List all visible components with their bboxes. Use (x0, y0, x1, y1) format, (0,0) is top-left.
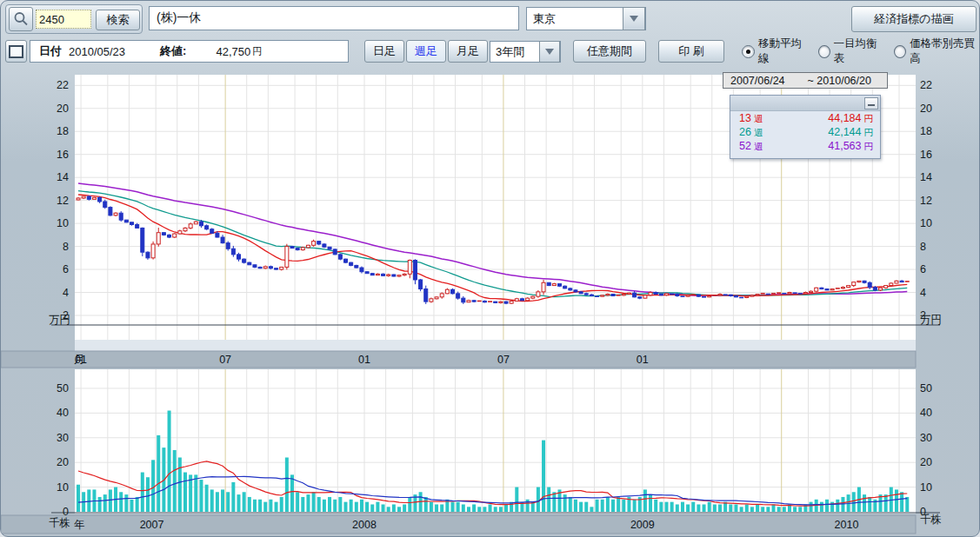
stock-chart-window: 224466881010121214141616181820202222万円万円… (0, 0, 980, 537)
svg-text:30: 30 (57, 432, 69, 444)
svg-text:22: 22 (920, 79, 932, 91)
svg-text:50: 50 (920, 382, 932, 394)
radio-label: 一目均衡表 (834, 36, 883, 66)
svg-text:20: 20 (920, 456, 932, 468)
radio-ichimoku[interactable]: 一目均衡表 (818, 36, 883, 66)
economic-indicator-button[interactable]: 経済指標の描画 (851, 6, 977, 32)
overlay-radio-group: 移動平均線 一目均衡表 価格帯別売買高 (742, 40, 979, 63)
ma-legend-row-26: 26週 42,144円 (730, 125, 880, 139)
svg-text:10: 10 (920, 481, 932, 494)
svg-text:16: 16 (920, 149, 932, 161)
range-dropdown-button[interactable] (539, 41, 560, 63)
svg-text:2007: 2007 (140, 519, 164, 531)
svg-text:10: 10 (57, 217, 69, 229)
chevron-down-icon (630, 16, 638, 22)
svg-text:2009: 2009 (630, 519, 655, 531)
search-input[interactable] (36, 10, 91, 29)
magnifier-button[interactable] (9, 7, 33, 31)
svg-text:12: 12 (57, 195, 69, 207)
price-plot-lower-band (75, 340, 916, 351)
date-label: 日付 (39, 43, 62, 59)
market-select-value: 東京 (533, 11, 556, 27)
svg-text:年: 年 (74, 519, 85, 531)
svg-text:30: 30 (920, 432, 932, 444)
svg-text:0: 0 (63, 506, 69, 518)
ma-legend-panel: 13週 44,184円 26週 42,144円 52週 41,563円 (730, 95, 881, 159)
svg-text:20: 20 (57, 103, 69, 115)
radio-icon (742, 45, 755, 58)
svg-text:2008: 2008 (352, 519, 377, 531)
svg-text:8: 8 (920, 241, 926, 253)
svg-text:18: 18 (57, 125, 69, 137)
quote-info-field: 日付 2010/05/23 終値: 42,750 円 (30, 40, 349, 63)
svg-text:10: 10 (920, 217, 932, 229)
svg-text:07: 07 (497, 354, 510, 366)
search-icon (13, 11, 29, 27)
range-to: ~ 2010/06/20 (808, 75, 871, 87)
window-icon (9, 45, 23, 58)
radio-icon (818, 45, 830, 58)
svg-text:01: 01 (358, 354, 370, 366)
svg-text:4: 4 (920, 287, 926, 299)
svg-text:2010: 2010 (835, 519, 859, 531)
month-axis-strip (1, 351, 916, 368)
minimize-icon[interactable] (864, 97, 878, 109)
svg-text:18: 18 (920, 125, 932, 137)
radio-icon (894, 45, 906, 58)
range-select[interactable]: 3年間 (490, 41, 561, 63)
chevron-down-icon (545, 49, 554, 55)
period-monthly-button[interactable]: 月足 (448, 40, 488, 63)
svg-text:22: 22 (57, 79, 69, 91)
radio-volume-by-price[interactable]: 価格帯別売買高 (894, 36, 979, 66)
year-axis-strip (1, 515, 916, 534)
svg-text:千株: 千株 (920, 514, 942, 526)
svg-text:10: 10 (57, 481, 69, 494)
svg-text:千株: 千株 (49, 517, 70, 529)
date-range-box[interactable]: 2007/06/24 ~ 2010/06/20 (723, 72, 888, 89)
ma-legend-header (730, 96, 880, 111)
svg-text:12: 12 (920, 195, 932, 207)
svg-text:万円: 万円 (920, 314, 942, 326)
svg-text:万円: 万円 (49, 314, 70, 326)
svg-text:40: 40 (920, 407, 932, 419)
range-from: 2007/06/24 (730, 75, 785, 87)
svg-text:4: 4 (63, 287, 69, 299)
svg-text:20: 20 (920, 103, 932, 115)
svg-text:07: 07 (219, 354, 231, 366)
svg-text:50: 50 (57, 382, 69, 394)
svg-text:6: 6 (920, 263, 926, 275)
print-button[interactable]: 印 刷 (658, 40, 724, 63)
radio-label: 移動平均線 (758, 36, 807, 66)
window-style-button[interactable] (5, 40, 27, 63)
ma-legend-row-13: 13週 44,184円 (730, 111, 880, 125)
company-name-field[interactable] (149, 6, 519, 30)
close-value: 42,750 (216, 45, 250, 58)
ma-legend-row-52: 52週 41,563円 (730, 139, 880, 153)
svg-text:6: 6 (63, 263, 69, 275)
date-value: 2010/05/23 (69, 45, 125, 58)
svg-text:20: 20 (57, 456, 69, 468)
radio-label: 価格帯別売買高 (910, 36, 979, 66)
period-daily-button[interactable]: 日足 (364, 40, 404, 63)
custom-period-button[interactable]: 任意期間 (573, 40, 646, 63)
svg-text:8: 8 (63, 241, 69, 253)
svg-text:01: 01 (637, 354, 649, 366)
range-select-value: 3年間 (496, 44, 524, 60)
svg-text:01: 01 (75, 354, 87, 366)
search-button[interactable]: 検索 (96, 10, 140, 30)
radio-moving-average[interactable]: 移動平均線 (742, 36, 807, 66)
svg-text:14: 14 (57, 171, 69, 183)
market-dropdown-button[interactable] (623, 7, 645, 30)
market-select[interactable]: 東京 (526, 7, 646, 30)
svg-text:16: 16 (57, 149, 69, 161)
close-unit: 円 (252, 45, 262, 58)
svg-text:40: 40 (57, 407, 69, 419)
close-label: 終値: (160, 43, 186, 59)
period-weekly-button[interactable]: 週足 (406, 40, 446, 63)
search-group: 検索 (5, 4, 143, 34)
svg-text:14: 14 (920, 171, 932, 183)
